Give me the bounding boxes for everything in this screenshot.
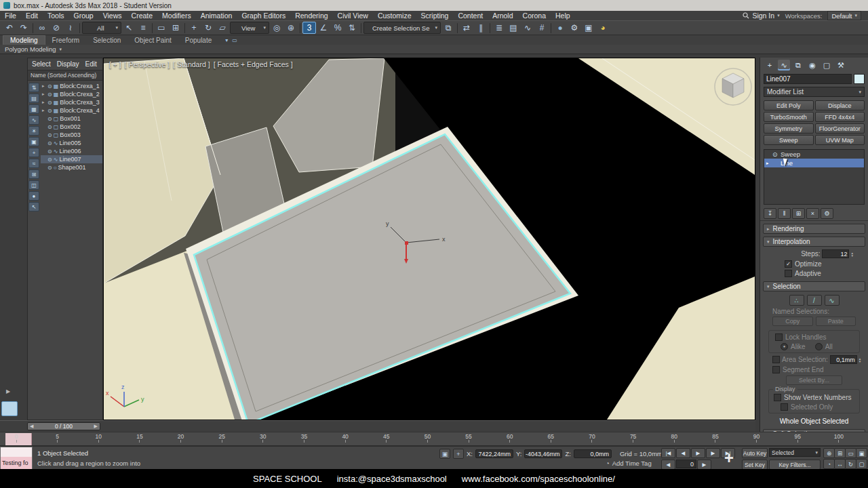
adaptive-checkbox[interactable] bbox=[785, 270, 792, 277]
timeline-tick[interactable]: 55 bbox=[462, 433, 475, 445]
current-frame-field[interactable]: 0 bbox=[676, 460, 696, 468]
z-coordinate-field[interactable]: 0,0mm bbox=[574, 449, 612, 458]
sign-in-button[interactable]: Sign In ▾ bbox=[743, 12, 779, 20]
layer-manager-button[interactable]: ≣ bbox=[492, 22, 506, 34]
timeline-tick[interactable]: 25 bbox=[215, 433, 229, 445]
timeline-tick[interactable]: 80 bbox=[667, 433, 681, 445]
dock-flyout-arrow-icon[interactable]: ▶ bbox=[6, 388, 10, 394]
show-vertex-numbers-checkbox[interactable] bbox=[774, 394, 781, 401]
viewport-label-segment[interactable]: [ Standard ] bbox=[173, 60, 210, 68]
curve-editor-button[interactable]: ∿ bbox=[521, 22, 534, 34]
steps-spinner[interactable]: ▴▾ bbox=[851, 251, 853, 257]
timeline-tick[interactable]: 95 bbox=[791, 433, 804, 445]
zoom-all-button[interactable]: ⊞ bbox=[834, 448, 846, 458]
timeline-tick[interactable]: 60 bbox=[503, 433, 517, 445]
menu-item[interactable]: Scripting bbox=[416, 12, 454, 20]
scene-explorer-row[interactable]: ▸ ⊙ ▦ Block:Crexa_1 bbox=[41, 82, 102, 90]
use-pivot-point-center-button[interactable]: ◎ bbox=[270, 22, 283, 34]
utilities-tab[interactable]: ⚒ bbox=[835, 60, 847, 70]
explorer-display-groups-button[interactable]: ⊞ bbox=[28, 169, 39, 179]
play-button[interactable]: ▶ bbox=[691, 448, 705, 458]
make-unique-button[interactable]: ⊞ bbox=[792, 208, 805, 219]
alike-radio[interactable]: ● bbox=[781, 343, 788, 350]
next-key-button[interactable]: ▶ bbox=[697, 460, 711, 470]
absolute-relative-toggle[interactable]: + bbox=[453, 449, 464, 459]
modifier-set-button[interactable]: FFD 4x4x4 bbox=[815, 112, 865, 122]
object-color-swatch[interactable] bbox=[854, 74, 865, 84]
maximize-viewport-button[interactable]: ▢ bbox=[856, 459, 867, 469]
bind-to-space-warp-button[interactable]: ≀ bbox=[64, 22, 77, 34]
select-and-scale-button[interactable]: ▱ bbox=[216, 22, 229, 34]
show-end-result-button[interactable]: ‖ bbox=[778, 208, 791, 219]
scene-explorer-row[interactable]: ⊙ ∿ Line007 bbox=[41, 155, 102, 163]
timeline-tick[interactable]: 0 bbox=[9, 433, 23, 445]
create-tab[interactable]: + bbox=[764, 60, 776, 70]
menu-item[interactable]: Views bbox=[98, 12, 127, 20]
scene-explorer-row[interactable]: ⊙ ○ Shape001 bbox=[41, 163, 102, 171]
y-coordinate-field[interactable]: -4043,46mm bbox=[524, 449, 562, 458]
select-and-move-button[interactable]: + bbox=[187, 22, 201, 34]
explorer-display-shapes-button[interactable]: ∿ bbox=[28, 115, 39, 125]
timeline-tick[interactable]: 90 bbox=[750, 433, 764, 445]
spline-subobject-button[interactable]: ∿ bbox=[825, 295, 840, 306]
viewport-layout-tab-button[interactable] bbox=[1, 401, 18, 416]
perspective-viewport[interactable]: y x x y z [ + ][ Perspective ][ Standard… bbox=[103, 58, 755, 420]
named-selection-sets-dropdown[interactable]: Create Selection Se ▾ bbox=[363, 22, 441, 34]
segment-subobject-button[interactable]: / bbox=[807, 295, 822, 306]
explorer-hierarchy-button[interactable]: ▤ bbox=[28, 94, 39, 103]
explorer-display-geometry-button[interactable]: ▦ bbox=[28, 104, 39, 114]
x-coordinate-field[interactable]: 7422,24mm bbox=[475, 449, 513, 458]
menu-item[interactable]: Help bbox=[551, 12, 575, 20]
timeline-tick[interactable]: 85 bbox=[709, 433, 722, 445]
modifier-set-button[interactable]: UVW Map bbox=[815, 135, 865, 145]
select-and-manipulate-button[interactable]: ⊕ bbox=[284, 22, 298, 34]
select-by-button[interactable]: Select By... bbox=[786, 375, 842, 385]
modify-tab[interactable]: ∿ bbox=[778, 60, 790, 70]
viewport-label-segment[interactable]: [ Facets + Edged Faces ] bbox=[214, 60, 293, 68]
visibility-eye-icon[interactable]: ⊙ bbox=[47, 165, 52, 171]
copy-button[interactable]: Copy bbox=[772, 317, 813, 326]
modifier-set-button[interactable]: Sweep bbox=[764, 135, 814, 145]
visibility-eye-icon[interactable]: ⊙ bbox=[47, 132, 52, 138]
scene-explorer-row[interactable]: ⊙ ▢ Box003 bbox=[41, 131, 102, 139]
timeline-tick[interactable]: 70 bbox=[585, 433, 599, 445]
viewport-label-segment[interactable]: [ Perspective ] bbox=[125, 60, 170, 68]
unlink-selection-button[interactable]: ⊘ bbox=[50, 22, 63, 34]
area-selection-spinner[interactable]: ▴▾ bbox=[859, 357, 861, 363]
scene-explorer-row[interactable]: ▸ ⊙ ▦ Block:Crexa_3 bbox=[41, 98, 102, 106]
timeline-tick[interactable]: 5 bbox=[51, 433, 64, 445]
paste-button[interactable]: Paste bbox=[816, 317, 856, 326]
pan-button[interactable]: ↔ bbox=[834, 459, 846, 469]
menu-item[interactable]: Create bbox=[127, 12, 158, 20]
ribbon-tab[interactable]: Populate bbox=[178, 36, 218, 45]
timeline-tick[interactable]: 30 bbox=[256, 433, 270, 445]
set-keys-button[interactable]: + bbox=[720, 449, 738, 467]
scene-explorer-menu-item[interactable]: Edit bbox=[85, 60, 97, 68]
scene-explorer-row[interactable]: ▸ ⊙ ▦ Block:Crexa_4 bbox=[41, 106, 102, 115]
previous-key-button[interactable]: ◀ bbox=[661, 460, 675, 470]
modifier-eye-icon[interactable]: ⊙ bbox=[772, 151, 778, 158]
percent-snap-toggle[interactable]: % bbox=[331, 22, 344, 34]
undo-button[interactable]: ↶ bbox=[3, 22, 16, 34]
ribbon-tab[interactable]: Freeform bbox=[45, 36, 87, 45]
reference-coordinate-dropdown[interactable]: View ▾ bbox=[230, 22, 269, 34]
interpolation-rollout-header[interactable]: ▾ Interpolation bbox=[763, 237, 865, 247]
timeline-tick[interactable]: 40 bbox=[338, 433, 352, 445]
add-time-tag[interactable]: ◔ Add Time Tag bbox=[606, 460, 652, 467]
stack-expand-icon[interactable]: ▸ bbox=[766, 161, 770, 166]
visibility-eye-icon[interactable]: ⊙ bbox=[47, 148, 52, 155]
explorer-display-warps-button[interactable]: ≈ bbox=[28, 159, 39, 168]
modifier-list-dropdown[interactable]: Modifier List ▾ bbox=[764, 87, 865, 97]
vertex-subobject-button[interactable]: ∴ bbox=[789, 295, 804, 306]
area-selection-field[interactable]: 0,1mm bbox=[830, 355, 857, 364]
modifier-set-button[interactable]: Symmetry bbox=[764, 123, 814, 134]
ribbon-minimize-caret-icon[interactable]: ▾ bbox=[225, 37, 228, 43]
expand-arrow-icon[interactable]: ▸ bbox=[42, 83, 46, 89]
optimize-checkbox[interactable]: ✓ bbox=[785, 260, 792, 268]
ribbon-tab[interactable]: Modeling bbox=[3, 35, 45, 45]
ribbon-tab[interactable]: Selection bbox=[86, 36, 127, 45]
polygon-modeling-panel[interactable]: Polygon Modeling bbox=[5, 45, 56, 53]
timeline-tick[interactable]: 35 bbox=[297, 433, 311, 445]
previous-frame-button[interactable]: ◀ bbox=[676, 448, 690, 458]
select-by-name-button[interactable]: ≡ bbox=[136, 22, 150, 34]
